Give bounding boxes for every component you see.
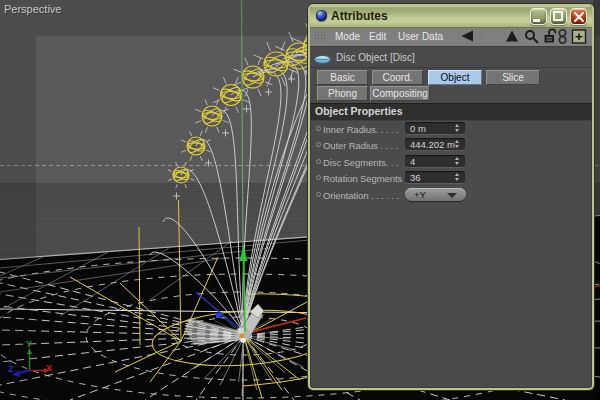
svg-text:X: X xyxy=(46,363,52,373)
svg-text:Perspective: Perspective xyxy=(4,3,61,15)
